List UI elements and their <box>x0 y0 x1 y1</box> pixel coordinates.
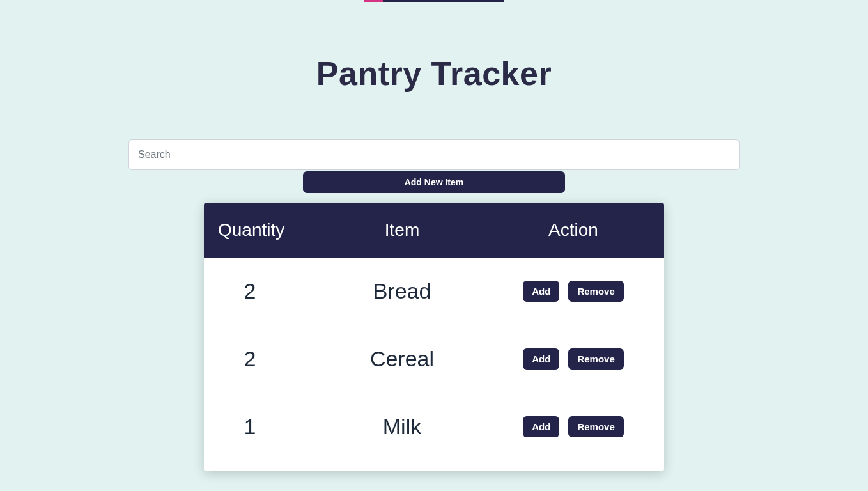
add-button[interactable]: Add <box>523 348 559 370</box>
add-button[interactable]: Add <box>523 281 559 302</box>
cell-actions: Add Remove <box>490 348 656 370</box>
cell-actions: Add Remove <box>490 281 656 302</box>
table-row: 1 Milk Add Remove <box>204 393 664 461</box>
page-root: Pantry Tracker Add New Item Quantity Ite… <box>0 0 868 491</box>
cell-item: Cereal <box>314 347 490 371</box>
remove-button[interactable]: Remove <box>568 416 623 437</box>
top-accent-bar <box>364 0 504 2</box>
add-button[interactable]: Add <box>523 416 559 437</box>
accent-navy-segment <box>383 0 504 2</box>
cell-item: Bread <box>314 279 490 304</box>
cell-quantity: 2 <box>212 279 314 304</box>
search-input[interactable] <box>128 139 740 170</box>
cell-quantity: 1 <box>212 414 314 439</box>
cell-item: Milk <box>314 414 490 439</box>
table-body[interactable]: 2 Bread Add Remove 2 Cereal Add Remove 1… <box>204 258 664 471</box>
table-row: 2 Cereal Add Remove <box>204 325 664 393</box>
table-row: 2 Bread Add Remove <box>204 258 664 325</box>
page-title: Pantry Tracker <box>316 54 552 93</box>
remove-button[interactable]: Remove <box>568 281 623 302</box>
header-item: Item <box>314 220 490 240</box>
search-container <box>128 139 740 170</box>
add-new-item-button[interactable]: Add New Item <box>303 171 565 193</box>
remove-button[interactable]: Remove <box>568 348 623 370</box>
accent-pink-segment <box>364 0 383 2</box>
header-action: Action <box>490 220 656 240</box>
header-quantity: Quantity <box>212 220 314 240</box>
cell-actions: Add Remove <box>490 416 656 437</box>
pantry-table: Quantity Item Action 2 Bread Add Remove … <box>204 203 664 471</box>
cell-quantity: 2 <box>212 347 314 371</box>
table-header: Quantity Item Action <box>204 203 664 258</box>
